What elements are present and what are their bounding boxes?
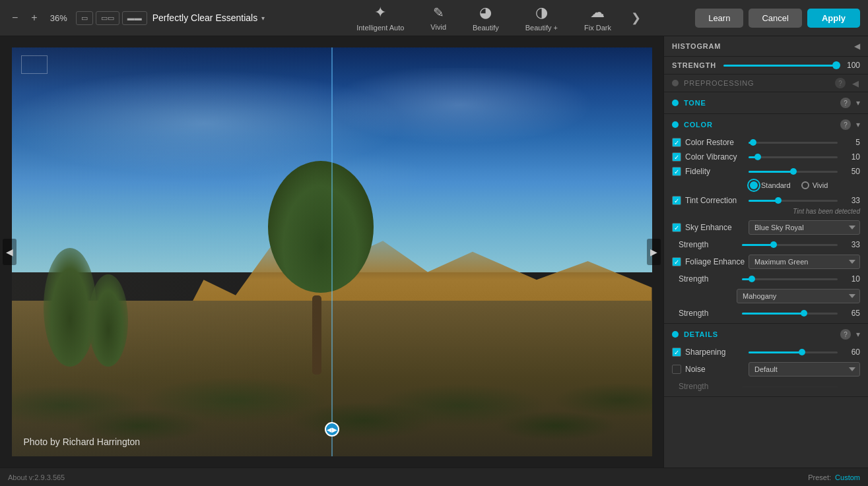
mahogany-strength-slider[interactable] <box>742 313 838 315</box>
details-header[interactable]: DETAILS ? ▾ <box>664 324 868 345</box>
mahogany-strength-thumb[interactable] <box>801 310 807 317</box>
more-presets-icon[interactable]: ❯ <box>631 11 641 25</box>
preprocessing-collapse-icon[interactable]: ◀ <box>851 78 860 88</box>
view-split-h[interactable]: ▬▬ <box>122 11 147 25</box>
canvas-nav-left-button[interactable]: ◀ <box>3 239 17 265</box>
foliage-enhance-dropdown[interactable]: Maximum Green Vivid Green Default <box>749 255 860 269</box>
sky-strength-slider[interactable] <box>742 244 838 246</box>
cancel-button[interactable]: Cancel <box>749 9 801 28</box>
preset-label-beautify: Beautify <box>473 24 499 32</box>
add-button[interactable]: + <box>27 9 41 26</box>
preprocessing-section: PREPROCESSING ? ◀ <box>664 75 868 92</box>
color-vibrancy-checkbox[interactable] <box>672 152 681 162</box>
minimize-button[interactable]: − <box>8 9 22 26</box>
foliage-strength-slider[interactable] <box>742 278 838 280</box>
color-help-icon[interactable]: ? <box>840 119 851 130</box>
sky-strength-row: Strength 33 <box>664 237 868 252</box>
sky-enhance-label: Sky Enhance <box>685 223 745 232</box>
sky-strength-fill <box>742 244 774 246</box>
fidelity-row: Fidelity 50 <box>664 164 868 179</box>
preset-fix-dark[interactable]: ☁ Fix Dark <box>578 1 618 34</box>
learn-button[interactable]: Learn <box>695 9 743 28</box>
sky-enhance-dropdown[interactable]: Blue Sky Royal Blue Sky Dramatic Default <box>749 220 860 235</box>
noise-dropdown[interactable]: Default Low Medium High <box>749 362 860 377</box>
color-vibrancy-row: Color Vibrancy 10 <box>664 150 868 164</box>
color-vibrancy-thumb[interactable] <box>754 154 761 160</box>
color-vibrancy-slider[interactable] <box>749 156 838 158</box>
sharpening-thumb[interactable] <box>799 349 805 355</box>
sharpening-checkbox[interactable] <box>672 348 681 357</box>
noise-checkbox[interactable] <box>672 365 681 374</box>
color-restore-slider[interactable] <box>749 142 838 144</box>
tint-detected-message: Tint has been detected <box>664 208 868 218</box>
split-handle[interactable]: ◀▶ <box>325 422 339 437</box>
details-content: Sharpening 60 Noise Default Low Medium <box>664 345 868 396</box>
foliage-strength-thumb[interactable] <box>749 276 755 282</box>
fidelity-vivid-radio[interactable] <box>801 181 809 189</box>
color-restore-checkbox[interactable] <box>672 138 681 147</box>
mahogany-strength-row: Strength 65 <box>664 306 868 320</box>
details-help-icon[interactable]: ? <box>840 329 851 340</box>
sky-strength-thumb[interactable] <box>770 241 777 248</box>
details-collapse-icon[interactable]: ▾ <box>856 330 860 339</box>
tint-correction-checkbox[interactable] <box>672 196 681 205</box>
fidelity-checkbox[interactable] <box>672 167 681 176</box>
mahogany-strength-label: Strength <box>679 309 738 318</box>
sharpening-slider[interactable] <box>749 351 838 353</box>
tint-correction-fill <box>749 200 778 202</box>
preset-intelligent-auto[interactable]: ✦ Intelligent Auto <box>350 1 411 34</box>
histogram-header[interactable]: HISTOGRAM ◀ <box>664 36 868 56</box>
tone-help-icon[interactable]: ? <box>840 98 851 108</box>
tint-correction-thumb[interactable] <box>775 197 782 204</box>
details-section: DETAILS ? ▾ Sharpening 60 <box>664 324 868 397</box>
mahogany-strength-value: 65 <box>842 309 860 318</box>
preset-label-beautify-plus: Beautify + <box>525 24 558 32</box>
foliage-enhance-row: Foliage Enhance Maximum Green Vivid Gree… <box>664 252 868 272</box>
view-single[interactable]: ▭ <box>76 11 93 25</box>
apply-button[interactable]: Apply <box>807 9 860 28</box>
color-active-dot <box>672 121 679 128</box>
details-active-dot <box>672 331 679 338</box>
foliage-enhance-checkbox[interactable] <box>672 257 681 266</box>
color-collapse-icon[interactable]: ▾ <box>856 120 860 129</box>
strength-thumb[interactable] <box>832 61 840 69</box>
strength-slider[interactable] <box>723 65 836 67</box>
beautify-plus-icon: ◑ <box>535 4 548 21</box>
fidelity-radio-row: Standard Vivid <box>664 179 868 193</box>
tone-header[interactable]: TONE ? ▾ <box>664 92 868 113</box>
color-content: Color Restore 5 Color Vibrancy 10 <box>664 135 868 323</box>
strength-section: STRENGTH 100 <box>664 57 868 75</box>
preset-toolbar: ✦ Intelligent Auto ✎ Vivid ◕ Beautify ◑ … <box>304 1 687 34</box>
tone-title: TONE <box>684 99 706 107</box>
histogram-section: HISTOGRAM ◀ <box>664 36 868 57</box>
color-restore-thumb[interactable] <box>750 139 756 146</box>
fidelity-standard-option[interactable]: Standard <box>750 181 791 189</box>
sky-enhance-checkbox[interactable] <box>672 223 681 232</box>
tint-correction-slider[interactable] <box>749 200 838 202</box>
preprocessing-help-icon[interactable]: ? <box>835 78 846 88</box>
app-title-wrap[interactable]: Perfectly Clear Essentials ▾ <box>152 13 265 23</box>
tone-collapse-icon[interactable]: ▾ <box>856 98 860 107</box>
details-section-icons: ? ▾ <box>840 329 860 340</box>
fidelity-vivid-option[interactable]: Vivid <box>801 181 828 189</box>
preset-beautify[interactable]: ◕ Beautify <box>466 1 506 34</box>
mahogany-dropdown-row: Mahogany Default <box>664 286 868 306</box>
fidelity-slider[interactable] <box>749 171 838 173</box>
fidelity-value: 50 <box>842 167 860 176</box>
mahogany-dropdown[interactable]: Mahogany Default <box>737 289 860 303</box>
color-vibrancy-label: Color Vibrancy <box>685 152 745 162</box>
histogram-collapse-icon: ◀ <box>854 42 860 51</box>
color-restore-value: 5 <box>842 138 860 147</box>
color-header[interactable]: COLOR ? ▾ <box>664 114 868 135</box>
canvas-nav-right-button[interactable]: ▶ <box>647 239 661 265</box>
preset-beautify-plus[interactable]: ◑ Beautify + <box>519 1 564 34</box>
preset-vivid[interactable]: ✎ Vivid <box>424 2 453 34</box>
fidelity-standard-radio[interactable] <box>750 181 758 189</box>
preset-value: Custom <box>835 473 860 481</box>
beautify-icon: ◕ <box>479 4 492 21</box>
fidelity-thumb[interactable] <box>790 168 797 175</box>
tree-left-1 <box>44 248 96 367</box>
tree-left-2 <box>88 274 128 367</box>
foliage-strength-row: Strength 10 <box>664 272 868 286</box>
view-split-v[interactable]: ▭▭ <box>96 11 119 25</box>
